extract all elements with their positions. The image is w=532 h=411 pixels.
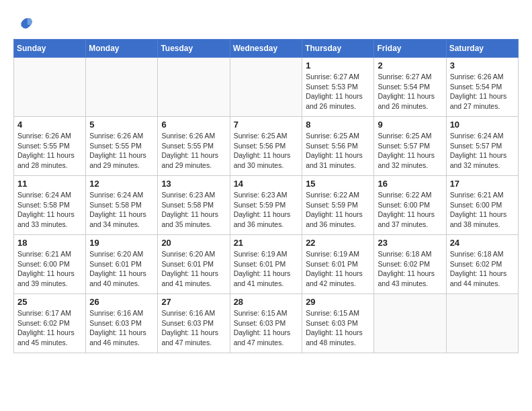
daylight-text: Daylight: 11 hours and 45 minutes. (17, 328, 82, 347)
daylight-text: Daylight: 11 hours and 42 minutes. (306, 269, 370, 288)
day-number: 28 (234, 297, 299, 307)
day-info: Sunrise: 6:26 AMSunset: 5:55 PMDaylight:… (161, 131, 226, 171)
day-number: 21 (234, 238, 299, 248)
sunset-text: Sunset: 6:01 PM (161, 259, 226, 269)
sunrise-text: Sunrise: 6:26 AM (161, 131, 226, 141)
sunset-text: Sunset: 5:58 PM (17, 200, 82, 210)
calendar-week-row: 18Sunrise: 6:21 AMSunset: 6:00 PMDayligh… (14, 235, 519, 294)
sunset-text: Sunset: 6:03 PM (234, 318, 299, 328)
sunset-text: Sunset: 6:00 PM (378, 200, 442, 210)
sunset-text: Sunset: 5:58 PM (89, 200, 154, 210)
calendar-cell: 6Sunrise: 6:26 AMSunset: 5:55 PMDaylight… (158, 117, 230, 176)
day-info: Sunrise: 6:21 AMSunset: 6:00 PMDaylight:… (17, 249, 82, 289)
sunset-text: Sunset: 5:55 PM (161, 141, 226, 151)
day-number: 3 (450, 60, 515, 71)
calendar-cell: 14Sunrise: 6:23 AMSunset: 5:59 PMDayligh… (230, 176, 302, 235)
daylight-text: Daylight: 11 hours and 43 minutes. (378, 269, 442, 288)
daylight-text: Daylight: 11 hours and 29 minutes. (89, 150, 154, 170)
calendar-cell: 18Sunrise: 6:21 AMSunset: 6:00 PMDayligh… (14, 235, 86, 294)
calendar-cell (86, 58, 158, 117)
day-number: 13 (161, 179, 226, 189)
calendar-cell (14, 58, 86, 117)
daylight-text: Daylight: 11 hours and 41 minutes. (161, 269, 226, 288)
sunset-text: Sunset: 6:01 PM (306, 259, 370, 269)
calendar-cell: 21Sunrise: 6:19 AMSunset: 6:01 PMDayligh… (230, 235, 302, 294)
weekday-header: Saturday (446, 40, 518, 58)
sunset-text: Sunset: 5:57 PM (378, 141, 442, 151)
calendar-cell: 15Sunrise: 6:22 AMSunset: 5:59 PMDayligh… (302, 176, 374, 235)
calendar-week-row: 1Sunrise: 6:27 AMSunset: 5:53 PMDaylight… (14, 58, 519, 117)
calendar-cell: 27Sunrise: 6:16 AMSunset: 6:03 PMDayligh… (158, 294, 230, 353)
sunrise-text: Sunrise: 6:25 AM (234, 131, 299, 141)
day-number: 11 (17, 179, 82, 189)
daylight-text: Daylight: 11 hours and 33 minutes. (17, 210, 82, 229)
day-number: 9 (378, 120, 442, 130)
sunrise-text: Sunrise: 6:27 AM (378, 72, 442, 82)
day-number: 8 (306, 120, 370, 130)
day-info: Sunrise: 6:26 AMSunset: 5:55 PMDaylight:… (17, 131, 82, 171)
sunset-text: Sunset: 5:53 PM (306, 82, 370, 92)
sunrise-text: Sunrise: 6:19 AM (306, 249, 370, 259)
day-number: 14 (234, 179, 299, 189)
day-number: 6 (161, 120, 226, 130)
day-number: 22 (306, 238, 370, 248)
sunset-text: Sunset: 5:55 PM (17, 141, 82, 151)
day-info: Sunrise: 6:26 AMSunset: 5:54 PMDaylight:… (450, 72, 515, 111)
sunrise-text: Sunrise: 6:24 AM (17, 190, 82, 200)
sunrise-text: Sunrise: 6:26 AM (89, 131, 154, 141)
sunset-text: Sunset: 5:55 PM (89, 141, 154, 151)
daylight-text: Daylight: 11 hours and 47 minutes. (161, 328, 226, 347)
sunset-text: Sunset: 5:54 PM (450, 82, 515, 92)
calendar-cell: 20Sunrise: 6:20 AMSunset: 6:01 PMDayligh… (158, 235, 230, 294)
day-number: 26 (89, 297, 154, 307)
calendar-cell (230, 58, 302, 117)
sunset-text: Sunset: 5:59 PM (306, 200, 370, 210)
weekday-header: Monday (86, 40, 158, 58)
sunrise-text: Sunrise: 6:26 AM (450, 72, 515, 82)
sunrise-text: Sunrise: 6:21 AM (17, 249, 82, 259)
day-number: 4 (17, 120, 82, 130)
daylight-text: Daylight: 11 hours and 48 minutes. (306, 328, 370, 347)
sunrise-text: Sunrise: 6:20 AM (89, 249, 154, 259)
calendar-cell (158, 58, 230, 117)
day-number: 23 (378, 238, 442, 248)
calendar-cell: 25Sunrise: 6:17 AMSunset: 6:02 PMDayligh… (14, 294, 86, 353)
sunset-text: Sunset: 6:03 PM (306, 318, 370, 328)
sunset-text: Sunset: 6:02 PM (17, 318, 82, 328)
calendar-cell: 19Sunrise: 6:20 AMSunset: 6:01 PMDayligh… (86, 235, 158, 294)
day-info: Sunrise: 6:26 AMSunset: 5:55 PMDaylight:… (89, 131, 154, 171)
day-info: Sunrise: 6:24 AMSunset: 5:58 PMDaylight:… (17, 190, 82, 230)
calendar-cell (446, 294, 518, 353)
daylight-text: Daylight: 11 hours and 44 minutes. (450, 269, 515, 288)
day-number: 15 (306, 179, 370, 189)
calendar-week-row: 4Sunrise: 6:26 AMSunset: 5:55 PMDaylight… (14, 117, 519, 176)
day-number: 2 (378, 60, 442, 71)
day-info: Sunrise: 6:16 AMSunset: 6:03 PMDaylight:… (161, 308, 226, 348)
sunrise-text: Sunrise: 6:22 AM (306, 190, 370, 200)
calendar-cell (374, 294, 446, 353)
daylight-text: Daylight: 11 hours and 32 minutes. (378, 150, 442, 170)
sunrise-text: Sunrise: 6:16 AM (89, 308, 154, 318)
day-info: Sunrise: 6:23 AMSunset: 5:58 PMDaylight:… (161, 190, 226, 230)
logo-icon (16, 13, 35, 32)
daylight-text: Daylight: 11 hours and 26 minutes. (378, 91, 442, 111)
sunrise-text: Sunrise: 6:27 AM (306, 72, 370, 82)
sunset-text: Sunset: 6:01 PM (89, 259, 154, 269)
calendar-cell: 28Sunrise: 6:15 AMSunset: 6:03 PMDayligh… (230, 294, 302, 353)
day-number: 20 (161, 238, 226, 248)
day-info: Sunrise: 6:27 AMSunset: 5:53 PMDaylight:… (306, 72, 370, 111)
sunrise-text: Sunrise: 6:16 AM (161, 308, 226, 318)
calendar-cell: 3Sunrise: 6:26 AMSunset: 5:54 PMDaylight… (446, 58, 518, 117)
sunrise-text: Sunrise: 6:23 AM (234, 190, 299, 200)
sunrise-text: Sunrise: 6:19 AM (234, 249, 299, 259)
calendar-cell: 7Sunrise: 6:25 AMSunset: 5:56 PMDaylight… (230, 117, 302, 176)
daylight-text: Daylight: 11 hours and 29 minutes. (161, 150, 226, 170)
calendar-cell: 5Sunrise: 6:26 AMSunset: 5:55 PMDaylight… (86, 117, 158, 176)
day-number: 5 (89, 120, 154, 130)
calendar-cell: 2Sunrise: 6:27 AMSunset: 5:54 PMDaylight… (374, 58, 446, 117)
daylight-text: Daylight: 11 hours and 36 minutes. (234, 210, 299, 229)
sunrise-text: Sunrise: 6:24 AM (450, 131, 515, 141)
daylight-text: Daylight: 11 hours and 28 minutes. (17, 150, 82, 170)
day-info: Sunrise: 6:15 AMSunset: 6:03 PMDaylight:… (234, 308, 299, 348)
day-number: 10 (450, 120, 515, 130)
